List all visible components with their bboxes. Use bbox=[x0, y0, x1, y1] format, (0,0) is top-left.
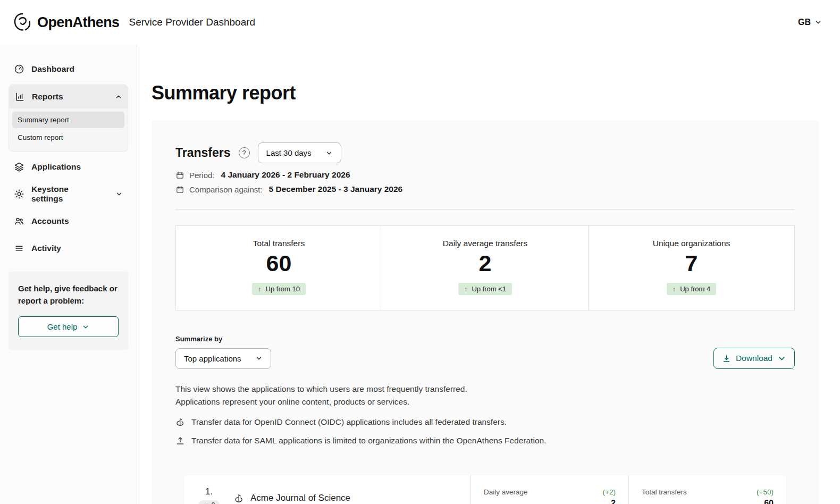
user-menu[interactable]: GB bbox=[798, 18, 822, 27]
activity-icon bbox=[14, 243, 24, 254]
summarize-description-line2: Applications represent your online conte… bbox=[175, 396, 795, 408]
application-row[interactable]: 1. 0 bbox=[184, 475, 786, 504]
stat-label: Unique organizations bbox=[653, 239, 730, 248]
sidebar-item-label: Activity bbox=[31, 243, 61, 253]
download-icon bbox=[722, 354, 731, 363]
help-box-text: Get help, give feedback or report a prob… bbox=[18, 282, 119, 307]
sidebar: Dashboard Reports Summary report Custom … bbox=[0, 45, 137, 504]
period-label: Period: bbox=[189, 171, 215, 180]
sidebar-item-label: Dashboard bbox=[31, 64, 74, 74]
stat-card-daily-average: Daily average transfers 2 ↑ Up from <1 bbox=[382, 225, 589, 310]
download-label: Download bbox=[736, 354, 772, 363]
rank-change-badge: 0 bbox=[198, 500, 220, 504]
sidebar-item-keystone-settings[interactable]: Keystone settings bbox=[9, 182, 128, 206]
summarize-select[interactable]: Top applications bbox=[175, 348, 271, 369]
stat-delta-badge: ↑ Up from 10 bbox=[252, 283, 306, 295]
chevron-up-icon bbox=[115, 93, 122, 100]
help-icon[interactable]: ? bbox=[239, 147, 250, 158]
sidebar-item-summary-report[interactable]: Summary report bbox=[12, 112, 124, 128]
stat-delta-badge: ↑ Up from 4 bbox=[667, 283, 717, 295]
rank-number: 1. bbox=[205, 486, 213, 497]
people-icon bbox=[14, 216, 24, 226]
total-transfers-value: 60 bbox=[642, 499, 774, 504]
sidebar-item-label: Reports bbox=[32, 92, 63, 102]
get-help-label: Get help bbox=[47, 322, 78, 331]
daily-average-label: Daily average bbox=[484, 488, 528, 496]
openathens-logo-text: OpenAthens bbox=[37, 14, 120, 31]
daily-average-value: 2 bbox=[484, 499, 616, 504]
chevron-down-icon bbox=[777, 354, 786, 363]
bar-chart-icon bbox=[14, 91, 25, 102]
reports-group: Reports Summary report Custom report bbox=[9, 85, 128, 152]
daily-average-delta: (+2) bbox=[603, 488, 616, 496]
total-transfers-cell: Total transfers (+50) 60 bbox=[628, 475, 786, 504]
controls-row: Top applications Download bbox=[175, 348, 795, 369]
sidebar-item-label: Applications bbox=[31, 162, 81, 172]
summarize-description-line1: This view shows the applications to whic… bbox=[175, 383, 795, 396]
sidebar-item-custom-report[interactable]: Custom report bbox=[12, 129, 124, 146]
oidc-note-text: Transfer data for OpenID Connect (OIDC) … bbox=[191, 417, 507, 427]
stat-delta-badge: ↑ Up from <1 bbox=[458, 283, 512, 295]
chevron-down-icon bbox=[255, 355, 263, 362]
divider bbox=[175, 209, 795, 209]
main-content: Summary report Transfers ? Last 30 days bbox=[137, 45, 840, 504]
rank-change-icon bbox=[203, 502, 209, 504]
chevron-down-icon bbox=[115, 190, 123, 198]
stat-label: Total transfers bbox=[253, 239, 305, 248]
user-initials: GB bbox=[798, 18, 811, 27]
chevron-down-icon bbox=[82, 323, 89, 331]
sidebar-item-accounts[interactable]: Accounts bbox=[9, 209, 128, 233]
total-transfers-label: Total transfers bbox=[642, 488, 687, 496]
daily-average-cell: Daily average (+2) 2 bbox=[471, 475, 628, 504]
stats-row: Total transfers 60 ↑ Up from 10 Daily av… bbox=[175, 225, 795, 310]
chevron-down-icon bbox=[325, 149, 333, 157]
saml-note-text: Transfer data for SAML applications is l… bbox=[191, 436, 546, 446]
stat-delta-text: Up from <1 bbox=[472, 285, 506, 293]
top-header: OpenAthens Service Provider Dashboard GB bbox=[0, 0, 840, 45]
date-range-select[interactable]: Last 30 days bbox=[258, 142, 341, 163]
download-button[interactable]: Download bbox=[713, 348, 795, 369]
comparison-label: Comparison against: bbox=[189, 185, 263, 194]
transfers-header: Transfers ? Last 30 days bbox=[175, 142, 795, 163]
stat-value: 7 bbox=[685, 250, 698, 276]
calendar-icon bbox=[175, 185, 184, 194]
comparison-row: Comparison against: 5 December 2025 - 3 … bbox=[175, 184, 795, 194]
page-title: Summary report bbox=[152, 82, 819, 104]
summarize-by-label: Summarize by bbox=[175, 335, 795, 343]
help-box: Get help, give feedback or report a prob… bbox=[9, 272, 128, 350]
saml-note: Transfer data for SAML applications is l… bbox=[175, 436, 795, 446]
stat-label: Daily average transfers bbox=[443, 239, 527, 248]
up-arrow-icon: ↑ bbox=[464, 285, 468, 293]
saml-upload-icon bbox=[175, 436, 185, 446]
rank-change-value: 0 bbox=[212, 501, 215, 504]
summarize-select-value: Top applications bbox=[184, 354, 241, 363]
sidebar-item-reports[interactable]: Reports bbox=[9, 85, 128, 108]
oidc-icon bbox=[175, 417, 185, 427]
sidebar-item-label: Keystone settings bbox=[31, 184, 102, 204]
rank-column: 1. 0 bbox=[184, 486, 234, 504]
sidebar-item-label: Accounts bbox=[31, 216, 69, 226]
stat-card-total-transfers: Total transfers 60 ↑ Up from 10 bbox=[175, 225, 382, 310]
dashboard-icon bbox=[14, 64, 24, 74]
stat-card-unique-organizations: Unique organizations 7 ↑ Up from 4 bbox=[589, 225, 795, 310]
stat-value: 2 bbox=[479, 250, 492, 276]
sidebar-item-dashboard[interactable]: Dashboard bbox=[9, 57, 128, 81]
brand: OpenAthens Service Provider Dashboard bbox=[12, 11, 255, 33]
get-help-button[interactable]: Get help bbox=[18, 316, 119, 337]
app-title: Service Provider Dashboard bbox=[129, 16, 256, 28]
oidc-icon bbox=[234, 493, 244, 503]
chevron-down-icon bbox=[814, 19, 822, 26]
transfers-title: Transfers bbox=[175, 146, 231, 160]
up-arrow-icon: ↑ bbox=[258, 285, 262, 293]
sidebar-item-applications[interactable]: Applications bbox=[9, 155, 128, 179]
gear-icon bbox=[14, 189, 24, 199]
stat-delta-text: Up from 4 bbox=[680, 285, 710, 293]
period-row: Period: 4 January 2026 - 2 February 2026 bbox=[175, 170, 795, 180]
up-arrow-icon: ↑ bbox=[673, 285, 676, 293]
comparison-value: 5 December 2025 - 3 January 2026 bbox=[269, 184, 403, 194]
sidebar-item-activity[interactable]: Activity bbox=[9, 237, 128, 260]
layers-icon bbox=[14, 162, 24, 172]
period-value: 4 January 2026 - 2 February 2026 bbox=[221, 170, 350, 180]
transfers-panel: Transfers ? Last 30 days Period: 4 Janua… bbox=[152, 120, 819, 504]
total-transfers-delta: (+50) bbox=[757, 488, 774, 496]
